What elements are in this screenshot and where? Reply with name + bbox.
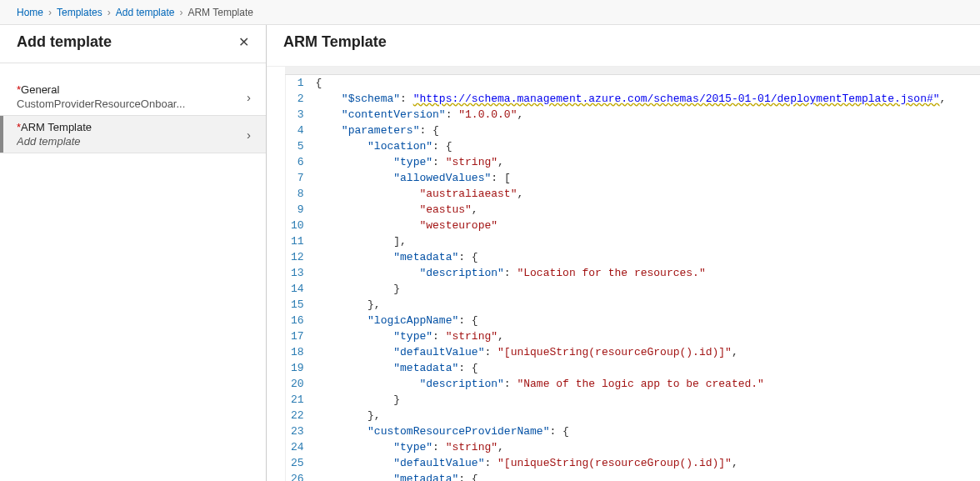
token-brace: { (472, 362, 478, 374)
line-number: 26 (291, 471, 304, 481)
code-line: "logicAppName": { (316, 313, 947, 328)
token-colon: : (504, 378, 518, 390)
token-key: "parameters" (342, 124, 420, 137)
line-number: 2 (291, 91, 304, 107)
token-brace: { (472, 251, 478, 263)
token-key: "allowedValues" (393, 172, 491, 184)
right-pane-header: ARM Template (267, 25, 980, 66)
close-icon[interactable]: ✕ (238, 36, 249, 49)
token-colon: : (419, 124, 432, 137)
line-number: 3 (291, 107, 304, 123)
token-colon: : (432, 441, 446, 453)
left-pane-title: Add template (17, 33, 112, 51)
token-brace: { (432, 124, 439, 137)
line-number: 17 (291, 328, 304, 344)
wizard-step-title: *ARM Template (17, 121, 249, 133)
code-editor[interactable]: 1234567891011121314151617181920212223242… (285, 67, 980, 481)
token-key: "logicAppName" (368, 314, 458, 327)
token-str: "[uniqueString(resourceGroup().id)]" (498, 457, 732, 469)
token-str: "Location for the resources." (517, 267, 705, 279)
token-brace: { (562, 425, 569, 438)
code-area[interactable]: { "$schema": "https://schema.management.… (316, 67, 947, 481)
line-number: 12 (291, 249, 304, 265)
breadcrumb-separator-icon: › (48, 7, 52, 18)
breadcrumb-separator-icon: › (179, 7, 182, 18)
breadcrumb-item[interactable]: Home (17, 7, 43, 18)
code-line: "australiaeast", (316, 186, 947, 202)
token-link[interactable]: "https://schema.management.azure.com/sch… (413, 93, 940, 105)
token-str: "[uniqueString(resourceGroup().id)]" (498, 346, 732, 358)
breadcrumb-separator-icon: › (108, 7, 111, 18)
wizard-step[interactable]: *GeneralCustomProviderResourceOnboar...› (0, 78, 266, 116)
token-key: "type" (393, 156, 432, 168)
code-line: } (316, 281, 947, 297)
line-number: 18 (291, 344, 304, 360)
line-number: 24 (291, 439, 304, 455)
code-line: "location": { (316, 138, 947, 154)
token-colon: : (458, 362, 472, 374)
wizard-step[interactable]: *ARM TemplateAdd template› (0, 116, 266, 153)
line-number: 5 (291, 138, 304, 154)
right-pane: ARM Template 123456789101112131415161718… (267, 25, 980, 481)
code-line: "contentVersion": "1.0.0.0", (316, 107, 947, 123)
token-str: "australiaeast" (419, 188, 517, 200)
token-brace: [ (504, 172, 511, 184)
breadcrumb: Home›Templates›Add template›ARM Template (0, 0, 980, 25)
token-str: "string" (446, 441, 498, 453)
chevron-right-icon: › (247, 90, 251, 104)
line-number: 8 (291, 186, 304, 202)
token-brace: }, (368, 409, 381, 422)
token-punc: , (498, 441, 504, 453)
token-colon: : (484, 457, 498, 469)
token-colon: : (432, 156, 446, 168)
line-number: 14 (291, 281, 304, 297)
token-str: "westeurope" (419, 219, 498, 232)
code-line: "metadata": { (316, 471, 947, 481)
wizard-step-subtitle: CustomProviderResourceOnboar... (17, 98, 217, 110)
code-line: "eastus", (316, 202, 947, 218)
token-colon: : (458, 473, 472, 481)
code-line: "allowedValues": [ (316, 170, 947, 186)
token-punc: , (517, 108, 523, 121)
line-number: 10 (291, 218, 304, 233)
token-punc: , (498, 156, 504, 168)
token-str: "string" (446, 156, 498, 168)
token-colon: : (400, 93, 413, 105)
code-line: "defaultValue": "[uniqueString(resourceG… (316, 344, 947, 360)
editor-margin (267, 67, 285, 481)
required-asterisk-icon: * (17, 83, 21, 96)
line-number: 20 (291, 376, 304, 392)
token-key: "defaultValue" (393, 457, 484, 469)
token-key: "customResourceProviderName" (368, 425, 549, 438)
code-line: "type": "string", (316, 154, 947, 170)
wizard-step-subtitle: Add template (17, 135, 217, 148)
token-key: "description" (419, 267, 503, 279)
editor-container: 1234567891011121314151617181920212223242… (267, 66, 980, 481)
token-key: "metadata" (393, 473, 458, 481)
token-brace: { (316, 77, 322, 89)
token-key: "location" (368, 140, 432, 153)
line-number: 4 (291, 123, 304, 138)
breadcrumb-item[interactable]: Add template (116, 7, 175, 18)
token-punc: , (498, 330, 504, 343)
token-colon: : (491, 172, 504, 184)
code-line: } (316, 392, 947, 408)
right-pane-title: ARM Template (283, 33, 387, 51)
token-str: "1.0.0.0" (458, 108, 517, 121)
code-line: ], (316, 233, 947, 249)
line-number: 1 (291, 75, 304, 91)
token-colon: : (549, 425, 562, 438)
line-number: 19 (291, 360, 304, 376)
token-str: "string" (446, 330, 498, 343)
line-number: 16 (291, 313, 304, 328)
wizard-step-title: *General (17, 83, 249, 96)
code-line: { (316, 75, 947, 91)
token-colon: : (504, 267, 518, 279)
breadcrumb-item[interactable]: Templates (57, 7, 102, 18)
token-colon: : (432, 330, 446, 343)
token-punc: , (517, 188, 523, 200)
code-line: "description": "Name of the logic app to… (316, 376, 947, 392)
token-key: "metadata" (393, 251, 458, 263)
chevron-right-icon: › (247, 128, 251, 142)
token-brace: { (472, 473, 478, 481)
